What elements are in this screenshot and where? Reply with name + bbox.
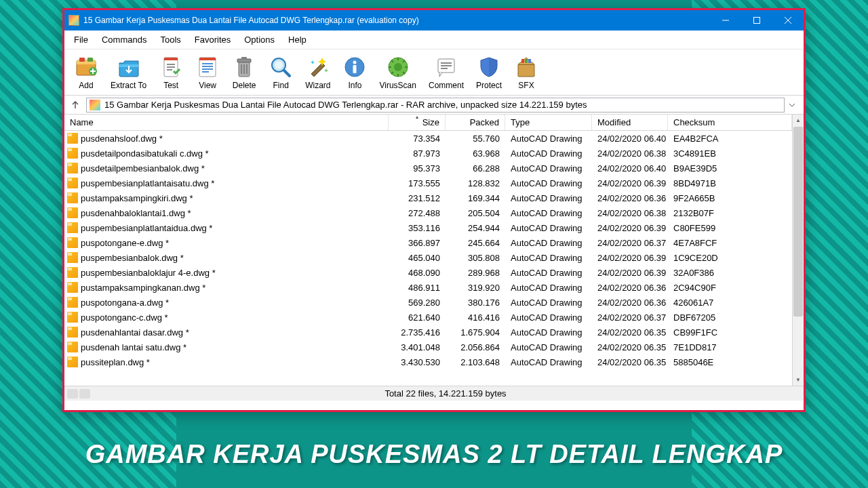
- dwg-file-icon: [67, 357, 78, 367]
- dwg-file-icon: [67, 237, 78, 248]
- toolbar-add-button[interactable]: Add: [70, 54, 102, 92]
- status-icon-disk[interactable]: [67, 389, 78, 399]
- toolbar-label: Add: [79, 81, 93, 90]
- toolbar-delete-button[interactable]: Delete: [228, 54, 260, 92]
- toolbar-view-button[interactable]: View: [191, 54, 224, 92]
- find-icon: [269, 55, 293, 79]
- menu-file[interactable]: File: [67, 32, 95, 47]
- svg-point-21: [353, 60, 357, 64]
- file-row[interactable]: pusdenah lantai satu.dwg *3.401.0482.056…: [64, 340, 792, 354]
- dwg-file-icon: [67, 297, 78, 308]
- file-checksum: 7E1DD817: [668, 342, 792, 352]
- column-size[interactable]: ▴Size: [389, 115, 446, 130]
- address-dropdown[interactable]: [789, 102, 800, 108]
- file-row[interactable]: pustampaksampingkiri.dwg *231.512169.344…: [64, 190, 792, 205]
- file-row[interactable]: pusdenahlantai dasar.dwg *2.735.4161.675…: [64, 325, 792, 340]
- column-headers: Name ▴Size Packed Type Modified Checksum: [64, 115, 792, 131]
- toolbar-wizard-button[interactable]: Wizard: [301, 54, 334, 92]
- up-button[interactable]: [68, 98, 82, 112]
- dwg-file-icon: [67, 163, 78, 174]
- address-field[interactable]: 15 Gambar Kerja Puskesmas Dua Lantai Fil…: [86, 98, 785, 113]
- file-checksum: 5885046E: [668, 357, 792, 367]
- toolbar: AddExtract ToTestViewDeleteFindWizardInf…: [64, 49, 804, 96]
- file-name: pusdenahbaloklantai1.dwg *: [81, 208, 191, 218]
- file-row[interactable]: pussiteplan.dwg *3.430.5302.103.648AutoC…: [64, 354, 792, 369]
- toolbar-protect-button[interactable]: Protect: [472, 54, 506, 92]
- file-name: puspembesianplatlantaisatu.dwg *: [81, 178, 214, 188]
- file-row[interactable]: pusdenahsloof.dwg *73.35455.760AutoCAD D…: [64, 131, 792, 146]
- file-checksum: 2C94C90F: [668, 283, 792, 293]
- close-button[interactable]: [772, 10, 804, 30]
- file-row[interactable]: puspembesianbalok.dwg *465.040305.808Aut…: [64, 250, 792, 265]
- column-modified[interactable]: Modified: [592, 115, 668, 130]
- file-row[interactable]: pusdenahbaloklantai1.dwg *272.488205.504…: [64, 205, 792, 220]
- toolbar-find-button[interactable]: Find: [264, 54, 297, 92]
- toolbar-sfx-button[interactable]: SFX: [510, 54, 542, 92]
- file-checksum: DBF67205: [668, 312, 792, 323]
- file-row[interactable]: puspembesianplatlantaisatu.dwg *173.5551…: [64, 176, 792, 190]
- file-row[interactable]: pustampaksampingkanan.dwg *486.911319.92…: [64, 280, 792, 295]
- menu-options[interactable]: Options: [237, 32, 281, 47]
- toolbar-label: Find: [273, 81, 288, 90]
- file-type: AutoCAD Drawing: [505, 193, 592, 203]
- toolbar-extract-button[interactable]: Extract To: [106, 54, 151, 92]
- file-name: pusdetailpondasibatukali c.dwg *: [81, 148, 209, 159]
- file-name: pusdetailpembesianbalok.dwg *: [81, 163, 205, 174]
- file-type: AutoCAD Drawing: [505, 298, 592, 308]
- menu-tools[interactable]: Tools: [153, 32, 187, 47]
- column-type[interactable]: Type: [505, 115, 592, 130]
- file-name: puspotonganc-c.dwg *: [81, 312, 168, 323]
- svg-rect-22: [353, 65, 357, 73]
- dwg-file-icon: [67, 207, 78, 218]
- file-row[interactable]: puspembesianbaloklajur 4-e.dwg *468.0902…: [64, 265, 792, 280]
- file-packed: 2.056.864: [446, 342, 505, 352]
- column-packed[interactable]: Packed: [446, 115, 505, 130]
- info-icon: [342, 55, 367, 79]
- menu-favorites[interactable]: Favorites: [188, 32, 237, 47]
- vertical-scrollbar[interactable]: ▲ ▼: [792, 115, 804, 386]
- wizard-icon: [306, 55, 330, 79]
- file-type: AutoCAD Drawing: [505, 357, 592, 367]
- menu-help[interactable]: Help: [281, 32, 313, 47]
- scroll-down-button[interactable]: ▼: [793, 374, 804, 386]
- toolbar-info-button[interactable]: Info: [338, 54, 371, 92]
- file-checksum: 1C9CE20D: [668, 253, 792, 263]
- toolbar-test-button[interactable]: Test: [155, 54, 187, 92]
- file-row[interactable]: puspembesianplatlantaidua.dwg *353.11625…: [64, 220, 792, 235]
- archive-icon: [90, 100, 100, 110]
- file-checksum: 32A0F386: [668, 268, 792, 278]
- file-type: AutoCAD Drawing: [505, 238, 592, 248]
- titlebar[interactable]: 15 Gambar Kerja Puskesmas Dua Lantai Fil…: [64, 10, 804, 30]
- file-row[interactable]: pusdetailpondasibatukali c.dwg *87.97363…: [64, 146, 792, 161]
- file-row[interactable]: puspotonganc-c.dwg *621.640416.416AutoCA…: [64, 310, 792, 325]
- file-packed: 416.416: [446, 312, 505, 323]
- maximize-button[interactable]: [741, 10, 772, 30]
- file-name: pusdenahlantai dasar.dwg *: [81, 327, 189, 338]
- minimize-button[interactable]: [710, 10, 741, 30]
- svg-rect-4: [87, 58, 93, 62]
- file-name: pustampaksampingkiri.dwg *: [81, 193, 193, 203]
- menubar: FileCommandsToolsFavoritesOptionsHelp: [64, 30, 804, 49]
- toolbar-comment-button[interactable]: Comment: [425, 54, 468, 92]
- file-size: 353.116: [389, 223, 446, 233]
- file-packed: 289.968: [446, 268, 505, 278]
- toolbar-virusscan-button[interactable]: VirusScan: [375, 54, 420, 92]
- file-row[interactable]: puspotongana-a.dwg *569.280380.176AutoCA…: [64, 295, 792, 310]
- status-icon-lock[interactable]: [79, 389, 90, 399]
- menu-commands[interactable]: Commands: [95, 32, 153, 47]
- scrollbar-thumb[interactable]: [793, 127, 803, 317]
- file-checksum: CB99F1FC: [668, 327, 792, 338]
- file-modified: 24/02/2020 06.35: [592, 342, 668, 352]
- svg-rect-12: [202, 66, 213, 67]
- column-name[interactable]: Name: [64, 115, 389, 130]
- file-name: pusdenah lantai satu.dwg *: [81, 342, 186, 352]
- svg-rect-17: [241, 57, 247, 60]
- file-row[interactable]: pusdetailpembesianbalok.dwg *95.37366.28…: [64, 161, 792, 176]
- file-modified: 24/02/2020 06.39: [592, 268, 668, 278]
- file-row[interactable]: puspotongane-e.dwg *366.897245.664AutoCA…: [64, 235, 792, 250]
- scroll-up-button[interactable]: ▲: [793, 115, 804, 126]
- file-size: 95.373: [389, 163, 446, 174]
- extract-icon: [117, 55, 141, 79]
- file-packed: 1.675.904: [446, 327, 505, 338]
- column-checksum[interactable]: Checksum: [668, 115, 792, 130]
